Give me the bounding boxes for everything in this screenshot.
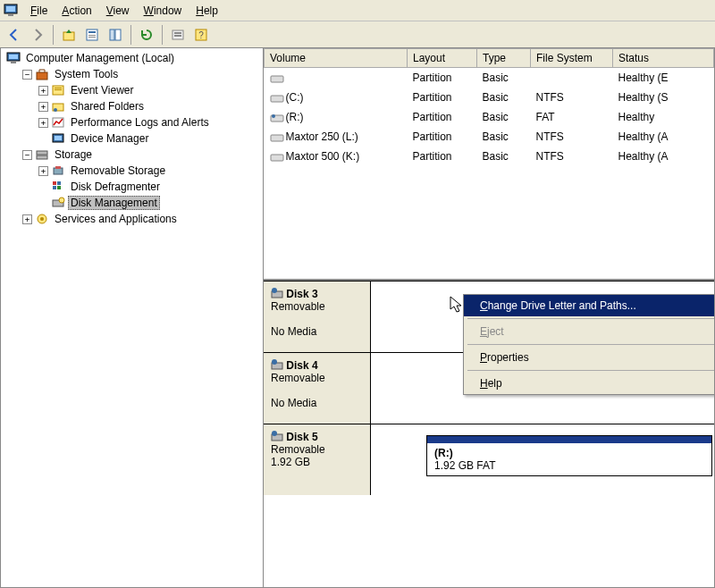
services-icon [35, 212, 49, 226]
svg-rect-9 [115, 29, 121, 40]
svg-point-48 [272, 359, 277, 365]
separator [467, 344, 714, 345]
tools-icon [35, 67, 49, 81]
svg-rect-3 [63, 32, 74, 40]
svg-rect-44 [271, 155, 283, 161]
collapse-icon[interactable]: − [22, 70, 32, 80]
drive-icon [270, 152, 284, 163]
tree-performance[interactable]: Performance Logs and Alerts [68, 115, 212, 130]
disk-icon [271, 431, 283, 443]
separator [130, 25, 131, 45]
tree-system-tools[interactable]: System Tools [52, 67, 121, 81]
console-tree[interactable]: Computer Management (Local) − System Too… [0, 48, 264, 588]
menu-action[interactable]: Action [55, 2, 98, 20]
tree-defrag[interactable]: Disk Defragmenter [68, 180, 163, 194]
disk-sub: Removable [271, 300, 325, 313]
partition-box[interactable]: (R:) 1.92 GB FAT [426, 435, 712, 476]
disk-icon [271, 288, 283, 300]
svg-point-36 [59, 197, 64, 203]
menu-help[interactable]: Help [189, 2, 225, 20]
volume-list[interactable]: Volume Layout Type File System Status Pa… [264, 48, 714, 281]
tree-storage[interactable]: Storage [52, 147, 95, 162]
svg-point-23 [54, 108, 57, 112]
collapse-icon[interactable]: − [22, 150, 32, 160]
svg-rect-18 [37, 72, 47, 80]
disk-sub: Removable [271, 372, 325, 384]
expand-icon[interactable]: + [38, 102, 48, 112]
svg-rect-30 [55, 166, 61, 169]
drive-icon [270, 132, 284, 143]
menu-file[interactable]: File [23, 2, 55, 20]
device-manager-icon [51, 131, 65, 146]
expand-icon[interactable]: + [38, 118, 48, 128]
volume-row[interactable]: Maxtor 250 (L:)PartitionBasicNTFSHealthy… [265, 127, 714, 147]
disk-sub: Removable [271, 443, 325, 456]
svg-rect-20 [55, 88, 62, 88]
volume-row[interactable]: (R:)PartitionBasicFATHealthy [265, 107, 714, 127]
separator [467, 318, 714, 319]
menu-window[interactable]: Window [137, 2, 189, 20]
forward-button[interactable] [27, 24, 48, 46]
svg-rect-12 [174, 35, 181, 37]
expand-icon[interactable]: + [22, 214, 32, 224]
toolbar: ? [0, 21, 715, 48]
disk-size: 1.92 GB [271, 456, 310, 468]
up-button[interactable] [58, 24, 80, 46]
menu-help[interactable]: Help [464, 373, 714, 394]
svg-rect-16 [9, 55, 18, 59]
menu-eject[interactable]: Eject [464, 321, 714, 342]
svg-rect-17 [11, 62, 16, 63]
menu-properties[interactable]: Properties [464, 347, 714, 368]
expand-icon[interactable]: + [38, 86, 48, 96]
disk-title: Disk 5 [286, 431, 317, 443]
disk-title: Disk 4 [286, 359, 317, 372]
properties-button[interactable] [81, 24, 103, 46]
removable-drive-icon [270, 113, 284, 123]
disk-icon [271, 359, 283, 372]
volume-row[interactable]: PartitionBasicHealthy (E [265, 68, 714, 88]
menu-change-drive-letter[interactable]: Change Drive Letter and Paths... [464, 295, 714, 316]
svg-rect-28 [37, 155, 47, 159]
disk-row[interactable]: Disk 5 Removable 1.92 GB (R:) 1.92 GB FA… [264, 424, 714, 495]
col-type[interactable]: Type [477, 49, 531, 68]
tree-shared-folders[interactable]: Shared Folders [68, 99, 147, 113]
details-pane: Volume Layout Type File System Status Pa… [264, 48, 715, 588]
tree-services[interactable]: Services and Applications [52, 212, 180, 226]
tree-event-viewer[interactable]: Event Viewer [68, 83, 136, 97]
svg-rect-39 [271, 76, 283, 82]
partition-sub: 1.92 GB FAT [434, 459, 495, 472]
tree-removable-storage[interactable]: Removable Storage [68, 164, 168, 178]
help-button[interactable]: ? [190, 24, 212, 46]
back-button[interactable] [4, 24, 25, 46]
menu-view[interactable]: View [99, 2, 137, 20]
main-area: Computer Management (Local) − System Too… [0, 48, 715, 588]
shared-folders-icon [51, 99, 65, 113]
volume-row[interactable]: Maxtor 500 (K:)PartitionBasicNTFSHealthy… [265, 147, 714, 166]
disk-row[interactable]: Disk 3 Removable No Media Change Drive L… [264, 281, 714, 352]
storage-icon [35, 147, 49, 162]
drive-icon [270, 73, 284, 84]
expand-icon[interactable]: + [38, 166, 48, 176]
tree-disk-management[interactable]: Disk Management [68, 196, 160, 210]
refresh-button[interactable] [136, 24, 157, 46]
disk-graphical-view[interactable]: Disk 3 Removable No Media Change Drive L… [264, 281, 714, 587]
col-volume[interactable]: Volume [265, 49, 408, 68]
disk-mgmt-icon [51, 196, 65, 210]
col-status[interactable]: Status [613, 49, 714, 68]
context-menu: Change Drive Letter and Paths... Eject P… [463, 294, 714, 395]
tree-device-manager[interactable]: Device Manager [68, 131, 151, 146]
svg-rect-26 [55, 136, 62, 140]
show-hide-tree-button[interactable] [105, 24, 126, 46]
svg-rect-31 [53, 181, 56, 185]
performance-icon [51, 115, 65, 130]
tree-root[interactable]: Computer Management (Local) [23, 51, 177, 65]
svg-rect-6 [88, 35, 96, 36]
svg-point-42 [272, 114, 275, 118]
col-filesystem[interactable]: File System [531, 49, 613, 68]
settings-button[interactable] [167, 24, 189, 46]
separator [467, 370, 714, 371]
svg-rect-40 [271, 96, 283, 102]
svg-rect-2 [8, 14, 13, 16]
col-layout[interactable]: Layout [408, 49, 477, 68]
volume-row[interactable]: (C:)PartitionBasicNTFSHealthy (S [265, 88, 714, 107]
